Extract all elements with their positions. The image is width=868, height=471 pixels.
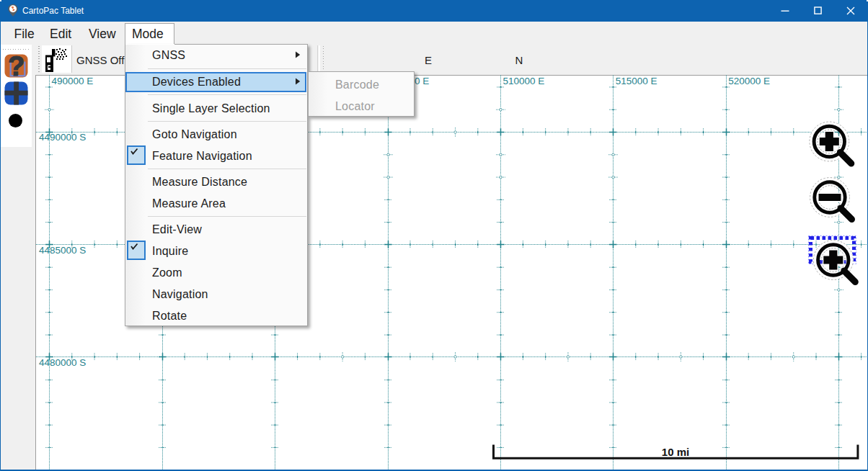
svg-text:?: ? <box>7 54 24 78</box>
